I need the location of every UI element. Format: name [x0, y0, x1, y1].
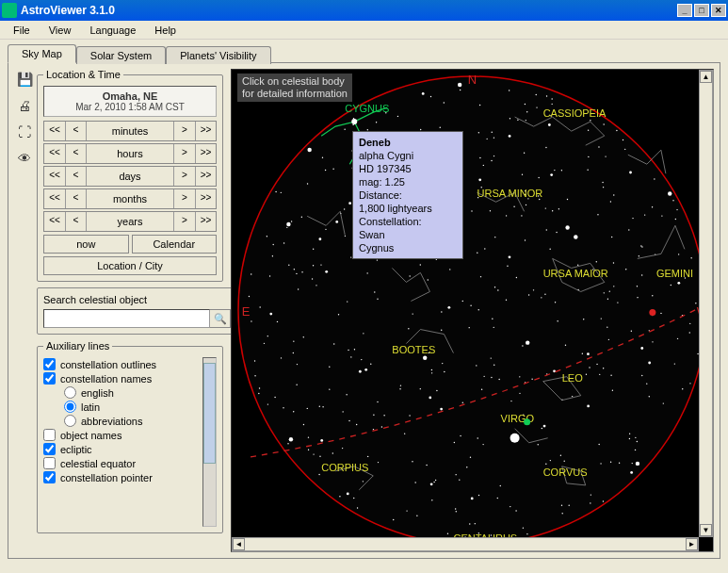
svg-point-346	[545, 207, 546, 208]
leo-label: LEO	[562, 372, 583, 384]
tabs: Sky Map Solar System Planets' Visibility	[8, 44, 720, 62]
aux-check-2[interactable]	[43, 429, 56, 441]
aux-check-5[interactable]	[43, 471, 56, 483]
calendar-button[interactable]: Calendar	[132, 235, 218, 254]
search-input[interactable]	[43, 309, 210, 328]
aux-scrollbar[interactable]	[202, 357, 217, 527]
svg-point-224	[588, 130, 589, 131]
svg-point-219	[408, 328, 409, 329]
aux-lang-radio-2[interactable]	[64, 415, 76, 427]
svg-point-144	[289, 437, 293, 441]
location-city-button[interactable]: Location / City	[43, 256, 217, 275]
days-fast-fwd-button[interactable]: >>	[195, 167, 216, 186]
tab-solar[interactable]: Solar System	[76, 46, 166, 64]
scroll-left-icon[interactable]: ◄	[233, 538, 245, 550]
minutes-back-button[interactable]: <	[65, 122, 86, 140]
svg-point-359	[605, 156, 606, 156]
scroll-right-icon[interactable]: ►	[686, 538, 698, 550]
aux-lang-radio-1[interactable]	[64, 401, 76, 413]
svg-point-93	[522, 345, 523, 346]
svg-point-94	[544, 294, 545, 295]
minutes-fwd-button[interactable]: >	[174, 122, 195, 140]
days-back-button[interactable]: <	[65, 167, 86, 186]
aux-lang-radio-0[interactable]	[64, 386, 76, 399]
hours-back-button[interactable]: <	[65, 144, 86, 163]
svg-point-401	[288, 265, 289, 266]
search-button[interactable]: 🔍	[210, 309, 231, 328]
svg-point-98	[491, 357, 492, 358]
tooltip-starname: Deneb	[359, 136, 457, 149]
months-fast-back-button[interactable]: <<	[44, 189, 65, 208]
menu-help[interactable]: Help	[145, 23, 186, 38]
svg-point-185	[525, 239, 526, 240]
aux-check-4[interactable]	[43, 457, 56, 469]
svg-point-133	[409, 415, 410, 416]
months-back-button[interactable]: <	[65, 189, 86, 208]
months-fast-fwd-button[interactable]: >>	[195, 189, 216, 208]
svg-point-261	[322, 406, 323, 407]
aux-check-0[interactable]	[43, 358, 56, 370]
svg-point-422	[351, 119, 357, 124]
svg-point-202	[641, 375, 642, 376]
map-hscrollbar[interactable]: ◄ ►	[232, 537, 699, 551]
svg-point-248	[526, 340, 529, 344]
minimize-button[interactable]: _	[677, 4, 692, 17]
svg-point-179	[416, 516, 417, 516]
minutes-fast-back-button[interactable]: <<	[44, 122, 65, 140]
aux-check-1[interactable]	[43, 372, 56, 385]
now-button[interactable]: now	[43, 235, 129, 254]
close-button[interactable]: ✕	[711, 4, 726, 17]
map-hint-line1: Click on celestial body	[242, 75, 345, 87]
menu-language[interactable]: Language	[80, 23, 145, 38]
hours-fast-fwd-button[interactable]: >>	[195, 144, 216, 163]
years-fast-back-button[interactable]: <<	[44, 212, 65, 231]
years-fwd-button[interactable]: >	[174, 212, 195, 231]
toolstrip: 💾 🖨 ⛶ 👁	[14, 69, 35, 552]
years-fast-fwd-button[interactable]: >>	[195, 212, 216, 231]
hours-fast-back-button[interactable]: <<	[44, 144, 65, 163]
hours-fwd-button[interactable]: >	[174, 144, 195, 163]
aux-check-3[interactable]	[43, 443, 56, 455]
scroll-down-icon[interactable]: ▼	[700, 524, 712, 536]
menu-view[interactable]: View	[40, 23, 81, 38]
svg-point-116	[475, 523, 476, 524]
tab-planets[interactable]: Planets' Visibility	[166, 46, 270, 64]
svg-point-138	[598, 146, 599, 147]
fullscreen-icon[interactable]: ⛶	[16, 123, 33, 140]
svg-point-311	[377, 401, 378, 402]
svg-point-184	[345, 236, 346, 237]
days-fast-back-button[interactable]: <<	[44, 167, 65, 186]
svg-point-420	[293, 340, 294, 341]
svg-point-191	[404, 433, 405, 434]
days-fwd-button[interactable]: >	[174, 167, 195, 186]
svg-point-374	[555, 302, 556, 303]
svg-point-25	[441, 311, 442, 312]
svg-point-118	[486, 139, 487, 139]
tab-skymap[interactable]: Sky Map	[8, 44, 76, 63]
eye-icon[interactable]: 👁	[16, 150, 33, 167]
svg-point-424	[510, 434, 520, 443]
cassiopeia-label: CASSIOPEIA	[543, 107, 607, 119]
svg-point-349	[677, 338, 678, 339]
svg-point-186	[597, 214, 598, 215]
corvus-label: CORVUS	[543, 467, 588, 478]
svg-point-122	[361, 359, 362, 360]
maximize-button[interactable]: □	[694, 4, 709, 17]
aux-scroll-thumb[interactable]	[203, 363, 216, 464]
minutes-fast-fwd-button[interactable]: >>	[195, 122, 216, 140]
svg-point-91	[454, 442, 455, 443]
menu-file[interactable]: File	[4, 23, 40, 38]
svg-point-67	[613, 286, 614, 286]
sky-map[interactable]: N E W CYGNUS	[231, 69, 714, 552]
svg-point-162	[272, 255, 273, 256]
map-hint: Click on celestial body for detailed inf…	[237, 74, 352, 102]
map-vscrollbar[interactable]: ▲ ▼	[699, 70, 713, 537]
svg-point-180	[675, 219, 676, 220]
months-fwd-button[interactable]: >	[174, 189, 195, 208]
years-back-button[interactable]: <	[65, 212, 86, 231]
svg-point-258	[625, 269, 626, 270]
scroll-up-icon[interactable]: ▲	[700, 71, 712, 83]
location-display: Omaha, NE Mar 2, 2010 1:58 AM CST	[43, 86, 217, 117]
save-icon[interactable]: 💾	[16, 71, 33, 88]
print-icon[interactable]: 🖨	[16, 97, 33, 114]
